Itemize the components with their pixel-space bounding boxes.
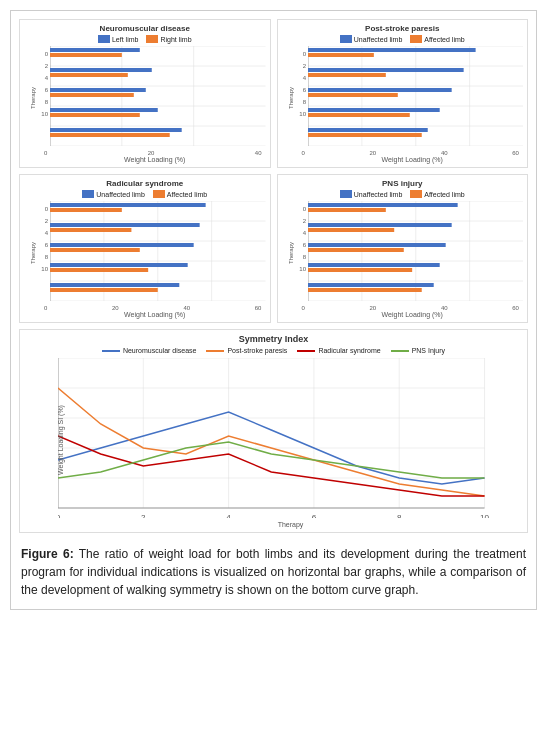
sym-legend-neuro: Neuromuscular disease	[102, 347, 197, 354]
sym-rad-color	[297, 350, 315, 352]
svg-rect-71	[50, 243, 194, 247]
svg-rect-45	[308, 88, 452, 92]
page-container: Neuromuscular disease Left limb Right li…	[0, 0, 547, 620]
figure-box: Neuromuscular disease Left limb Right li…	[10, 10, 537, 610]
pns-legend-unaffected: Unaffected limb	[340, 190, 403, 198]
pns-title: PNS injury	[282, 179, 524, 188]
svg-rect-41	[308, 48, 476, 52]
legend-affected-label: Affected limb	[424, 36, 464, 43]
svg-text:2: 2	[45, 63, 49, 69]
svg-rect-102	[308, 288, 422, 292]
svg-rect-94	[308, 208, 386, 212]
svg-text:10: 10	[299, 111, 306, 117]
svg-text:6: 6	[45, 242, 49, 248]
svg-text:0: 0	[45, 206, 49, 212]
sym-rad-label: Radicular syndrome	[318, 347, 380, 354]
svg-text:2: 2	[141, 513, 146, 518]
svg-rect-73	[50, 263, 188, 267]
svg-rect-74	[50, 268, 148, 272]
svg-rect-48	[308, 113, 410, 117]
svg-rect-96	[308, 228, 394, 232]
svg-rect-42	[308, 53, 374, 57]
svg-text:6: 6	[302, 87, 306, 93]
svg-rect-18	[50, 73, 128, 77]
rad-x-label: Weight Loading (%)	[24, 311, 266, 318]
top-charts: Neuromuscular disease Left limb Right li…	[19, 19, 528, 323]
sym-legend-pns: PNS Injury	[391, 347, 445, 354]
svg-rect-16	[50, 53, 122, 57]
symmetry-chart: Symmetry Index Neuromuscular disease Pos…	[19, 329, 528, 533]
svg-text:0: 0	[302, 51, 306, 57]
neuromuscular-legend: Left limb Right limb	[24, 35, 266, 43]
svg-text:8: 8	[45, 254, 49, 260]
pns-chart: PNS injury Unaffected limb Affected limb…	[277, 174, 529, 323]
poststroke-title: Post-stroke paresis	[282, 24, 524, 33]
pns-affected-color	[410, 190, 422, 198]
pns-y-label: Therapy	[288, 241, 294, 263]
svg-rect-76	[50, 288, 158, 292]
caption-text: The ratio of weight load for both limbs …	[21, 547, 526, 597]
pns-legend: Unaffected limb Affected limb	[282, 190, 524, 198]
symmetry-title: Symmetry Index	[24, 334, 523, 344]
svg-text:2: 2	[302, 218, 306, 224]
svg-rect-95	[308, 223, 452, 227]
legend-unaffected-label: Unaffected limb	[354, 36, 403, 43]
radicular-legend: Unaffected limb Affected limb	[24, 190, 266, 198]
svg-rect-24	[50, 133, 170, 137]
rad-affected-color	[153, 190, 165, 198]
svg-text:4: 4	[226, 513, 231, 518]
sym-neuro-color	[102, 350, 120, 352]
svg-text:0: 0	[45, 51, 49, 57]
svg-rect-75	[50, 283, 179, 287]
pns-affected-label: Affected limb	[424, 191, 464, 198]
svg-rect-70	[50, 228, 131, 232]
legend-unaffected-color	[340, 35, 352, 43]
symmetry-legend: Neuromuscular disease Post-stroke paresi…	[24, 347, 523, 354]
svg-text:4: 4	[45, 75, 49, 81]
svg-text:10: 10	[41, 266, 48, 272]
pns-unaffected-label: Unaffected limb	[354, 191, 403, 198]
poststroke-chart: Post-stroke paresis Unaffected limb Affe…	[277, 19, 529, 168]
svg-text:10: 10	[299, 266, 306, 272]
svg-rect-50	[308, 133, 422, 137]
neuromuscular-title: Neuromuscular disease	[24, 24, 266, 33]
figure-caption: Figure 6: The ratio of weight load for b…	[19, 539, 528, 601]
svg-rect-23	[50, 128, 182, 132]
svg-rect-44	[308, 73, 386, 77]
radicular-chart: Radicular syndrome Unaffected limb Affec…	[19, 174, 271, 323]
neuromuscular-chart: Neuromuscular disease Left limb Right li…	[19, 19, 271, 168]
sym-x-label: Therapy	[58, 521, 523, 528]
svg-rect-43	[308, 68, 464, 72]
radicular-title: Radicular syndrome	[24, 179, 266, 188]
svg-rect-49	[308, 128, 428, 132]
ps-y-label: Therapy	[288, 86, 294, 108]
svg-text:8: 8	[45, 99, 49, 105]
svg-rect-46	[308, 93, 398, 97]
rad-unaffected-label: Unaffected limb	[96, 191, 145, 198]
legend-right-color	[146, 35, 158, 43]
svg-rect-68	[50, 208, 122, 212]
svg-text:0: 0	[302, 206, 306, 212]
legend-unaffected: Unaffected limb	[340, 35, 403, 43]
rad-affected-label: Affected limb	[167, 191, 207, 198]
svg-rect-17	[50, 68, 152, 72]
legend-right-label: Right limb	[160, 36, 191, 43]
legend-right: Right limb	[146, 35, 191, 43]
svg-text:8: 8	[397, 513, 402, 518]
svg-text:8: 8	[302, 99, 306, 105]
svg-rect-20	[50, 93, 134, 97]
pns-unaffected-color	[340, 190, 352, 198]
svg-text:4: 4	[45, 230, 49, 236]
svg-text:6: 6	[312, 513, 317, 518]
sym-pns-label: PNS Injury	[412, 347, 445, 354]
svg-rect-99	[308, 263, 440, 267]
rad-y-label: Therapy	[30, 241, 36, 263]
svg-text:4: 4	[302, 75, 306, 81]
svg-text:6: 6	[45, 87, 49, 93]
svg-text:6: 6	[302, 242, 306, 248]
svg-text:0: 0	[58, 513, 61, 518]
sym-y-axis-label: Weight Loading SI (%)	[57, 405, 64, 475]
sym-ps-label: Post-stroke paresis	[227, 347, 287, 354]
svg-text:10: 10	[41, 111, 48, 117]
legend-left-label: Left limb	[112, 36, 138, 43]
